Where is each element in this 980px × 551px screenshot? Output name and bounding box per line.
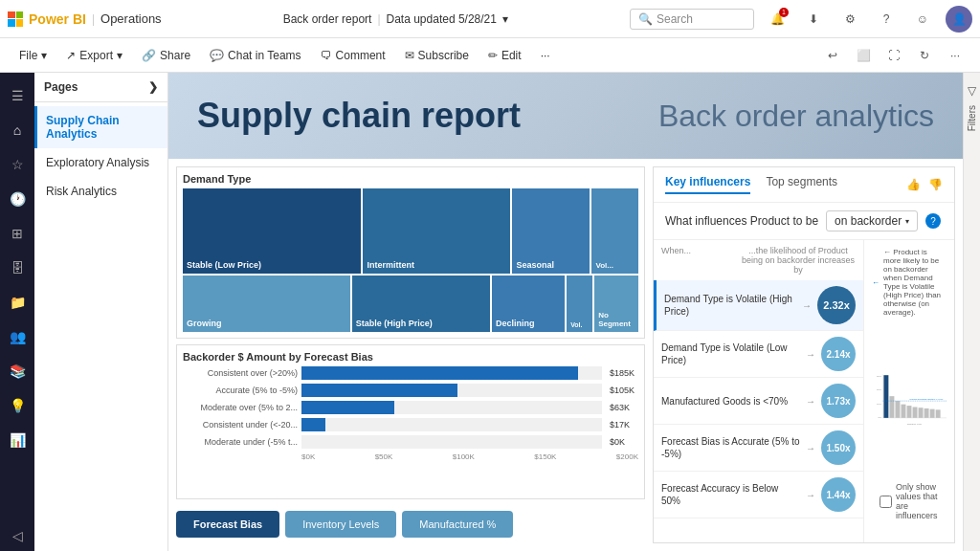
chevron-down-icon[interactable]: ▾ xyxy=(502,12,508,26)
treemap-cell-volatile1[interactable]: Vol... xyxy=(591,188,638,274)
comment-button[interactable]: 🗨 Comment xyxy=(313,45,393,66)
infl-badge-2: 1.73x xyxy=(821,384,856,418)
bar-track-4[interactable] xyxy=(301,435,602,449)
sidebar-learn-icon[interactable]: 📚 xyxy=(2,356,33,386)
treemap-cell-nosegment[interactable]: No Segment xyxy=(594,276,638,332)
infl-arrow-0: → xyxy=(802,300,812,311)
key-influencers-panel: Key influencers Top segments 👍 👎 What in… xyxy=(653,166,955,543)
influencer-item-1[interactable]: Demand Type is Volatile (Low Price) → 2.… xyxy=(654,331,863,378)
infl-col1-header: When... xyxy=(661,246,737,275)
detail-bar-stable-low[interactable] xyxy=(936,409,941,418)
sidebar-metrics-icon[interactable]: 📊 xyxy=(2,425,33,455)
settings-icon[interactable]: ⚙ xyxy=(836,6,863,33)
bar-chart-section: Backorder $ Amount by Forecast Bias Cons… xyxy=(176,344,645,499)
file-menu[interactable]: File ▾ xyxy=(11,45,55,66)
refresh-icon[interactable]: ↻ xyxy=(911,42,938,69)
detail-bar-stable-high[interactable] xyxy=(930,409,935,418)
subscribe-button[interactable]: ✉ Subscribe xyxy=(397,45,477,66)
edit-button[interactable]: ✏ Edit xyxy=(480,45,529,66)
detail-bar-intermittent[interactable] xyxy=(924,408,929,418)
influencer-item-3[interactable]: Forecast Bias is Accurate (5% to -5%) → … xyxy=(654,425,863,472)
forecast-bias-button[interactable]: Forecast Bias xyxy=(176,511,279,538)
detail-bar-cyclical[interactable] xyxy=(919,408,924,418)
more-toolbar-icon[interactable]: ··· xyxy=(942,42,969,69)
influencers-checkbox[interactable] xyxy=(880,496,892,508)
infl-text-2: Manufactured Goods is <70% xyxy=(661,395,800,408)
undo-icon[interactable]: ↩ xyxy=(819,42,846,69)
bar-track-3[interactable] xyxy=(301,418,602,431)
sidebar-apps-icon[interactable]: ⊞ xyxy=(2,218,33,249)
thumbs-up-icon[interactable]: 👍 xyxy=(906,178,921,191)
detail-bar-chart: 30% 20% 10% 0% xyxy=(872,322,947,475)
more-options-button[interactable]: ··· xyxy=(533,45,558,66)
sidebar-expand-icon[interactable]: ◁ xyxy=(2,520,33,551)
tab-key-influencers[interactable]: Key influencers xyxy=(665,175,750,194)
sidebar-star-icon[interactable]: ☆ xyxy=(2,149,33,180)
inventory-levels-button[interactable]: Inventory Levels xyxy=(285,511,396,538)
treemap-cell-stable-lp[interactable]: Stable (Low Price) xyxy=(183,188,361,274)
sidebar-workspace-icon[interactable]: 📁 xyxy=(2,287,33,318)
chat-button[interactable]: 💬 Chat in Teams xyxy=(202,45,308,66)
help-icon[interactable]: ? xyxy=(873,6,900,33)
treemap-cell-growing[interactable]: Growing xyxy=(183,276,350,332)
page-item-supply-chain[interactable]: Supply Chain Analytics xyxy=(34,106,167,148)
account-icon[interactable]: 👤 xyxy=(946,6,972,33)
x-label-3: $150K xyxy=(534,452,556,461)
detail-note-text: ← Product is more likely to be on backor… xyxy=(883,248,947,317)
tab-top-segments[interactable]: Top segments xyxy=(766,175,837,194)
x-label-0: $0K xyxy=(301,452,315,461)
bar-value-3: $17K xyxy=(610,420,638,430)
treemap-cell-intermittent[interactable]: Intermittent xyxy=(363,188,510,274)
search-placeholder: Search xyxy=(657,12,693,26)
detail-bar-declining[interactable] xyxy=(913,408,918,418)
ki-dropdown[interactable]: on backorder ▾ xyxy=(826,210,918,231)
influencer-item-0[interactable]: Demand Type is Volatile (High Price) → 2… xyxy=(654,280,863,331)
sidebar-people-icon[interactable]: 👥 xyxy=(2,321,33,352)
bar-track-2[interactable] xyxy=(301,401,602,414)
average-label: Average (excluding selected): 11.34% xyxy=(909,398,944,400)
detail-bar-volatile-low[interactable] xyxy=(889,396,894,418)
bar-row-1: Accurate (5% to -5%) $105K xyxy=(183,384,638,397)
ki-help-icon[interactable]: ? xyxy=(925,213,941,229)
detail-bar-seasonal[interactable] xyxy=(907,406,912,418)
thumbs-down-icon[interactable]: 👎 xyxy=(928,178,943,191)
report-info: Back order report | Data updated 5/28/21… xyxy=(169,12,622,26)
detail-bar-volatile-high[interactable] xyxy=(883,375,888,418)
report-canvas: Supply chain report Back order analytics… xyxy=(168,73,963,551)
manufactured-pct-button[interactable]: Manufactured % xyxy=(402,511,513,538)
bar-track-0[interactable] xyxy=(301,366,602,380)
detail-bar-growing[interactable] xyxy=(901,405,905,418)
search-box[interactable]: 🔍 Search xyxy=(630,9,754,30)
share-button[interactable]: 🔗 Share xyxy=(134,45,198,66)
treemap-cell-stable-hp[interactable]: Stable (High Price) xyxy=(352,276,490,332)
full-screen-icon[interactable]: ⛶ xyxy=(880,42,907,69)
treemap-cell-declining[interactable]: Declining xyxy=(492,276,565,332)
sidebar-home-icon[interactable]: ⌂ xyxy=(2,115,33,145)
influencer-item-2[interactable]: Manufactured Goods is <70% → 1.73x xyxy=(654,378,863,425)
treemap-cell-seasonal[interactable]: Seasonal xyxy=(512,188,590,274)
influencer-item-4[interactable]: Forecast Accuracy is Below 50% → 1.44x xyxy=(654,472,863,518)
export-menu[interactable]: ↗ Export ▾ xyxy=(58,45,130,66)
notification-bell[interactable]: 🔔 1 xyxy=(764,6,791,33)
sidebar-menu-icon[interactable]: ☰ xyxy=(2,80,33,111)
collapse-pages-icon[interactable]: ❯ xyxy=(148,80,158,94)
sidebar-qa-icon[interactable]: 💡 xyxy=(2,390,33,421)
smiley-icon[interactable]: ☺ xyxy=(909,6,936,33)
filters-panel[interactable]: ▽ Filters xyxy=(963,73,980,551)
sidebar-recent-icon[interactable]: 🕐 xyxy=(2,184,33,214)
svg-text:10%: 10% xyxy=(877,403,882,406)
checkbox-label[interactable]: Only show values that are influencers xyxy=(896,482,939,520)
bar-label-0: Consistent over (>20%) xyxy=(183,368,298,378)
page-item-risk[interactable]: Risk Analytics xyxy=(34,177,167,206)
chat-label: Chat in Teams xyxy=(228,49,301,62)
sidebar-data-icon[interactable]: 🗄 xyxy=(2,253,33,283)
bar-track-1[interactable] xyxy=(301,384,602,397)
page-item-exploratory[interactable]: Exploratory Analysis xyxy=(34,148,167,177)
sidebar: ☰ ⌂ ☆ 🕐 ⊞ 🗄 📁 👥 📚 💡 📊 ◁ xyxy=(0,73,34,551)
treemap-cell-volatile2[interactable]: Vol. xyxy=(567,276,592,332)
download-icon[interactable]: ⬇ xyxy=(800,6,827,33)
detail-bar-nosegment[interactable] xyxy=(895,401,900,418)
fit-page-icon[interactable]: ⬜ xyxy=(850,42,877,69)
x-axis-label: Demand Type xyxy=(907,423,923,426)
comment-label: Comment xyxy=(336,49,386,62)
